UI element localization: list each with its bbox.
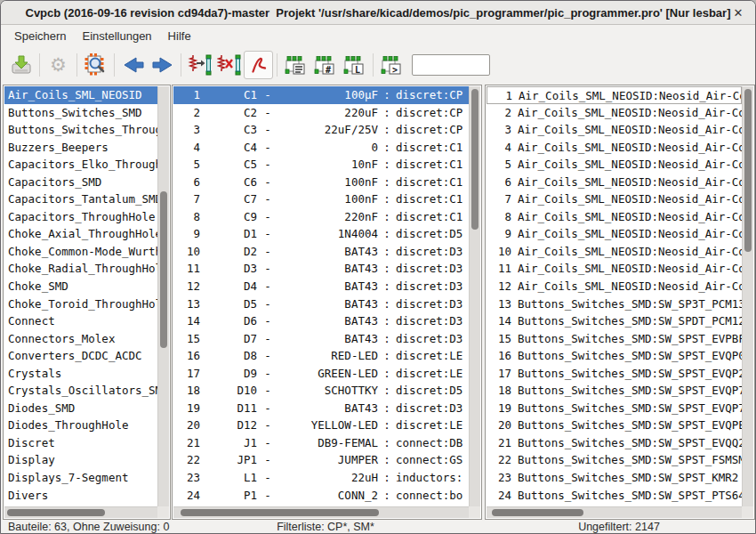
component-row[interactable]: 24P1-CONN_2:connect:bo bbox=[173, 487, 469, 505]
footprint-row[interactable]: 2Air_Coils_SML_NEOSID:Neosid_Air-Coi bbox=[487, 104, 742, 122]
library-item[interactable]: Buzzers_Beepers bbox=[4, 139, 157, 157]
library-item[interactable]: Capacitors_Tantalum_SMD bbox=[4, 190, 157, 208]
footprint-row[interactable]: 15Buttons_Switches_SMD:SW_SPST_EVPBF bbox=[487, 330, 742, 348]
component-row[interactable]: 7C7-100nF:discret:C1 bbox=[173, 190, 469, 208]
scrollbar-thumb[interactable] bbox=[181, 509, 379, 516]
library-item[interactable]: Buttons_Switches_Through bbox=[4, 121, 157, 139]
footprint-row[interactable]: 5Air_Coils_SML_NEOSID:Neosid_Air-Coi bbox=[487, 156, 742, 174]
footprint-row[interactable]: 19Buttons_Switches_SMD:SW_SPST_EVQP7C bbox=[487, 400, 742, 417]
footprint-row[interactable]: 16Buttons_Switches_SMD:SW_SPST_EVQP0 bbox=[487, 347, 742, 365]
component-horizontal-scrollbar[interactable] bbox=[173, 506, 469, 518]
footprint-row[interactable]: 14Buttons_Switches_SMD:SW_SPDT_PCM12 bbox=[487, 312, 742, 330]
scrollbar-thumb[interactable] bbox=[471, 89, 479, 230]
footprint-row[interactable]: 20Buttons_Switches_SMD:SW_SPST_EVQPE1 bbox=[487, 417, 742, 434]
next-component-button[interactable] bbox=[148, 51, 177, 79]
component-row[interactable]: 15D7-BAT43:discret:D3 bbox=[173, 330, 469, 348]
footprint-row[interactable]: 10Air_Coils_SML_NEOSID:Neosid_Air-Coi bbox=[487, 243, 742, 261]
library-item[interactable]: Converters_DCDC_ACDC bbox=[4, 347, 157, 365]
library-item[interactable]: Choke_Axial_ThroughHole bbox=[4, 225, 157, 243]
footprint-row[interactable]: 7Air_Coils_SML_NEOSID:Neosid_Air-Coi bbox=[487, 190, 742, 208]
footprint-row[interactable]: 13Buttons_Switches_SMD:SW_SP3T_PCM13 bbox=[487, 295, 742, 313]
settings-button[interactable]: ⚙ bbox=[44, 51, 73, 79]
footprint-row[interactable]: 8Air_Coils_SML_NEOSID:Neosid_Air-Coi bbox=[487, 208, 742, 226]
component-row[interactable]: 3C3-22uF/25V:discret:CP bbox=[173, 121, 469, 139]
menu-item-einstellungen[interactable]: Einstellungen bbox=[75, 28, 160, 44]
footprint-row[interactable]: 23Buttons_Switches_SMD:SW_SPST_KMR2 bbox=[487, 469, 742, 487]
close-icon[interactable]: ✕ bbox=[730, 5, 746, 21]
library-item[interactable]: Connectors_Molex bbox=[4, 330, 157, 348]
footprint-row[interactable]: 21Buttons_Switches_SMD:SW_SPST_EVQQ2 bbox=[487, 434, 742, 452]
scrollbar-thumb[interactable] bbox=[744, 89, 752, 252]
library-item[interactable]: Divers bbox=[4, 487, 157, 505]
component-row[interactable]: 14D6-BAT43:discret:D3 bbox=[173, 312, 469, 330]
footprint-viewer-button[interactable] bbox=[81, 51, 110, 79]
footprint-row[interactable]: 12Air_Coils_SML_NEOSID:Neosid_Air-Coi bbox=[487, 278, 742, 295]
footprint-row[interactable]: 24Buttons_Switches_SMD:SW_SPST_PTS645 bbox=[487, 487, 742, 505]
menu-item-speichern[interactable]: Speichern bbox=[6, 28, 75, 44]
footprint-horizontal-scrollbar[interactable] bbox=[487, 506, 742, 518]
component-row[interactable]: 18D10-SCHOTTKY:discret:D5 bbox=[173, 382, 469, 400]
auto-associate-button[interactable] bbox=[185, 51, 214, 79]
library-vertical-scrollbar[interactable] bbox=[157, 86, 169, 506]
footprint-row[interactable]: 18Buttons_Switches_SMD:SW_SPST_EVQP7A bbox=[487, 382, 742, 400]
footprint-row[interactable]: 3Air_Coils_SML_NEOSID:Neosid_Air-Coi bbox=[487, 121, 742, 139]
component-row[interactable]: 6C6-100nF:discret:C1 bbox=[173, 174, 469, 191]
filter-library-button[interactable]: L bbox=[340, 51, 369, 79]
component-row[interactable]: 4C4-0:discret:C1 bbox=[173, 139, 469, 157]
library-item[interactable]: Connect bbox=[4, 312, 157, 330]
component-row[interactable]: 2C2-220uF:discret:CP bbox=[173, 104, 469, 122]
footprint-row[interactable]: 17Buttons_Switches_SMD:SW_SPST_EVQP2 bbox=[487, 365, 742, 383]
filter-keyword-button[interactable] bbox=[281, 51, 310, 79]
library-item[interactable]: Buttons_Switches_SMD bbox=[4, 104, 157, 122]
component-row[interactable]: 8C9-220nF:discret:C1 bbox=[173, 208, 469, 226]
library-item[interactable]: Crystals_Oscillators_SMD bbox=[4, 382, 157, 400]
scrollbar-thumb[interactable] bbox=[7, 509, 105, 516]
component-row[interactable]: 13D5-BAT43:discret:D3 bbox=[173, 295, 469, 313]
pdf-docs-button[interactable] bbox=[244, 51, 273, 79]
library-item[interactable]: Capacitors_ThroughHole bbox=[4, 208, 157, 226]
component-row[interactable]: 20D12-YELLOW-LED:discret:LE bbox=[173, 417, 469, 434]
filter-pincount-button[interactable]: # bbox=[310, 51, 340, 79]
footprint-row[interactable]: 1Air_Coils_SML_NEOSID:Neosid_Air-Coi bbox=[487, 86, 742, 104]
footprint-row[interactable]: 11Air_Coils_SML_NEOSID:Neosid_Air-Coi bbox=[487, 260, 742, 278]
component-row[interactable]: 12D4-BAT43:discret:D3 bbox=[173, 278, 469, 295]
component-row[interactable]: 19D11-BAT43:discret:D3 bbox=[173, 400, 469, 417]
library-item[interactable]: Choke_Radial_ThroughHole bbox=[4, 260, 157, 278]
filter-display-button[interactable]: > bbox=[377, 51, 406, 79]
library-item[interactable]: Display bbox=[4, 451, 157, 469]
footprint-row[interactable]: 22Buttons_Switches_SMD:SW_SPST_FSMSM bbox=[487, 451, 742, 469]
footprint-row[interactable]: 9Air_Coils_SML_NEOSID:Neosid_Air-Coi bbox=[487, 225, 742, 243]
component-row[interactable]: 1C1-100µF:discret:CP bbox=[173, 86, 469, 104]
footprint-vertical-scrollbar[interactable] bbox=[742, 86, 753, 506]
delete-associations-button[interactable] bbox=[214, 51, 244, 79]
library-horizontal-scrollbar[interactable] bbox=[4, 506, 157, 518]
scrollbar-thumb[interactable] bbox=[492, 509, 583, 516]
component-row[interactable]: 11D3-BAT43:discret:D3 bbox=[173, 260, 469, 278]
library-item[interactable]: Displays_7-Segment bbox=[4, 469, 157, 487]
library-item[interactable]: Diodes_SMD bbox=[4, 400, 157, 417]
component-row[interactable]: 21J1-DB9-FEMAL:connect:DB bbox=[173, 434, 469, 452]
component-row[interactable]: 17D9-GREEN-LED:discret:LE bbox=[173, 365, 469, 383]
menu-item-hilfe[interactable]: Hilfe bbox=[160, 28, 199, 44]
component-row[interactable]: 22JP1-JUMPER:connect:GS bbox=[173, 451, 469, 469]
library-item[interactable]: Crystals bbox=[4, 365, 157, 383]
library-item[interactable]: Capacitors_SMD bbox=[4, 174, 157, 191]
library-item[interactable]: Choke_Common-Mode_Wurth bbox=[4, 243, 157, 261]
library-item[interactable]: Choke_Toroid_ThroughHole bbox=[4, 295, 157, 313]
component-row[interactable]: 10D2-BAT43:discret:D3 bbox=[173, 243, 469, 261]
component-vertical-scrollbar[interactable] bbox=[469, 86, 480, 506]
library-item[interactable]: Air_Coils_SML_NEOSID bbox=[4, 86, 157, 104]
library-item[interactable]: Capacitors_Elko_ThroughH bbox=[4, 156, 157, 174]
footprint-row[interactable]: 4Air_Coils_SML_NEOSID:Neosid_Air-Coi bbox=[487, 139, 742, 157]
component-row[interactable]: 16D8-RED-LED:discret:LE bbox=[173, 347, 469, 365]
library-item[interactable]: Choke_SMD bbox=[4, 278, 157, 295]
footprint-row[interactable]: 6Air_Coils_SML_NEOSID:Neosid_Air-Coi bbox=[487, 174, 742, 191]
scrollbar-thumb[interactable] bbox=[160, 191, 167, 348]
library-item[interactable]: Discret bbox=[4, 434, 157, 452]
component-row[interactable]: 9D1-1N4004:discret:D5 bbox=[173, 225, 469, 243]
component-row[interactable]: 5C5-10nF:discret:C1 bbox=[173, 156, 469, 174]
component-row[interactable]: 23L1-22uH:inductors: bbox=[173, 469, 469, 487]
footprint-filter-input[interactable] bbox=[412, 54, 490, 76]
library-item[interactable]: Diodes_ThroughHole bbox=[4, 417, 157, 434]
previous-component-button[interactable] bbox=[118, 51, 148, 79]
